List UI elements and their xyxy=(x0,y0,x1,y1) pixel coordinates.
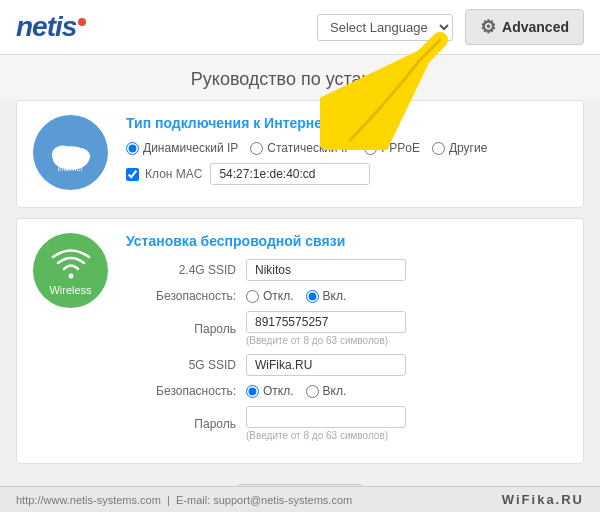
password5-label: Пароль xyxy=(126,417,236,431)
internet-content: Тип подключения к Интернету Динамический… xyxy=(126,115,567,193)
logo-text: netis xyxy=(16,11,76,43)
footer-email: E-mail: support@netis-systems.com xyxy=(176,494,352,506)
wireless-label: Wireless xyxy=(49,284,91,296)
dynamic-ip-radio[interactable] xyxy=(126,142,139,155)
internet-section: internet Тип подключения к Интернету Дин… xyxy=(16,100,584,208)
wifi-svg xyxy=(49,246,93,282)
static-ip-label: Статический IP xyxy=(267,141,352,155)
password24-block: (Введите от 8 до 63 символов) xyxy=(246,311,406,346)
off-label-5: Откл. xyxy=(263,384,294,398)
password5-hint: (Введите от 8 до 63 символов) xyxy=(246,430,406,441)
other-label: Другие xyxy=(449,141,487,155)
security24-label: Безопасность: xyxy=(126,289,236,303)
ssid5-input[interactable] xyxy=(246,354,406,376)
other-radio[interactable] xyxy=(432,142,445,155)
svg-point-2 xyxy=(68,148,90,165)
gear-icon: ⚙ xyxy=(480,16,496,38)
mac-input[interactable] xyxy=(210,163,370,185)
ssid5-row: 5G SSID xyxy=(126,354,567,376)
wireless-content: Установка беспроводной связи 2.4G SSID Б… xyxy=(126,233,567,449)
password5-input[interactable] xyxy=(246,406,406,428)
static-ip-option[interactable]: Статический IP xyxy=(250,141,352,155)
page-title: Руководство по установке xyxy=(0,55,600,100)
security24-on[interactable]: Вкл. xyxy=(306,289,347,303)
header: netis Select Language ⚙ Advanced xyxy=(0,0,600,55)
connection-type-group: Динамический IP Статический IP PPPoE Дру… xyxy=(126,141,487,155)
wireless-section: Wireless Установка беспроводной связи 2.… xyxy=(16,218,584,464)
security5-off[interactable]: Откл. xyxy=(246,384,294,398)
pppoe-label: PPPoE xyxy=(381,141,420,155)
cloud-svg: internet xyxy=(46,133,96,173)
password24-input[interactable] xyxy=(246,311,406,333)
security24-row: Безопасность: Откл. Вкл. xyxy=(126,289,567,303)
ssid24-row: 2.4G SSID xyxy=(126,259,567,281)
password24-row: Пароль (Введите от 8 до 63 символов) xyxy=(126,311,567,346)
security5-group: Откл. Вкл. xyxy=(246,384,346,398)
dynamic-ip-option[interactable]: Динамический IP xyxy=(126,141,238,155)
security5-on[interactable]: Вкл. xyxy=(306,384,347,398)
security5-label: Безопасность: xyxy=(126,384,236,398)
wireless-title: Установка беспроводной связи xyxy=(126,233,567,249)
security5-row: Безопасность: Откл. Вкл. xyxy=(126,384,567,398)
pppoe-radio[interactable] xyxy=(364,142,377,155)
mac-clone-row: Клон MAC xyxy=(126,163,567,185)
other-option[interactable]: Другие xyxy=(432,141,487,155)
security24-group: Откл. Вкл. xyxy=(246,289,346,303)
ssid5-label: 5G SSID xyxy=(126,358,236,372)
language-select[interactable]: Select Language xyxy=(317,14,453,41)
password5-block: (Введите от 8 до 63 символов) xyxy=(246,406,406,441)
password24-label: Пароль xyxy=(126,322,236,336)
security24-on-radio[interactable] xyxy=(306,290,319,303)
svg-text:internet: internet xyxy=(57,164,83,173)
footer-brand: WiFika.RU xyxy=(502,492,584,507)
mac-clone-checkbox[interactable] xyxy=(126,168,139,181)
wireless-icon-container: Wireless xyxy=(33,233,108,308)
ssid24-input[interactable] xyxy=(246,259,406,281)
footer-website: http://www.netis-systems.com xyxy=(16,494,161,506)
advanced-label: Advanced xyxy=(502,19,569,35)
security5-off-radio[interactable] xyxy=(246,385,259,398)
security5-on-radio[interactable] xyxy=(306,385,319,398)
security24-off[interactable]: Откл. xyxy=(246,289,294,303)
header-center: Select Language ⚙ Advanced xyxy=(317,9,584,45)
footer: http://www.netis-systems.com | E-mail: s… xyxy=(0,486,600,512)
off-label-24: Откл. xyxy=(263,289,294,303)
internet-icon: internet xyxy=(33,115,108,190)
svg-point-4 xyxy=(68,273,73,278)
mac-clone-label: Клон MAC xyxy=(145,167,202,181)
advanced-button[interactable]: ⚙ Advanced xyxy=(465,9,584,45)
dynamic-ip-label: Динамический IP xyxy=(143,141,238,155)
connection-type-row: Динамический IP Статический IP PPPoE Дру… xyxy=(126,141,567,155)
security24-off-radio[interactable] xyxy=(246,290,259,303)
static-ip-radio[interactable] xyxy=(250,142,263,155)
password24-hint: (Введите от 8 до 63 символов) xyxy=(246,335,406,346)
footer-contact: http://www.netis-systems.com | E-mail: s… xyxy=(16,494,352,506)
logo-dot xyxy=(78,18,86,26)
logo: netis xyxy=(16,11,86,43)
on-label-5: Вкл. xyxy=(323,384,347,398)
ssid24-label: 2.4G SSID xyxy=(126,263,236,277)
password5-row: Пароль (Введите от 8 до 63 символов) xyxy=(126,406,567,441)
on-label-24: Вкл. xyxy=(323,289,347,303)
pppoe-option[interactable]: PPPoE xyxy=(364,141,420,155)
internet-title: Тип подключения к Интернету xyxy=(126,115,567,131)
